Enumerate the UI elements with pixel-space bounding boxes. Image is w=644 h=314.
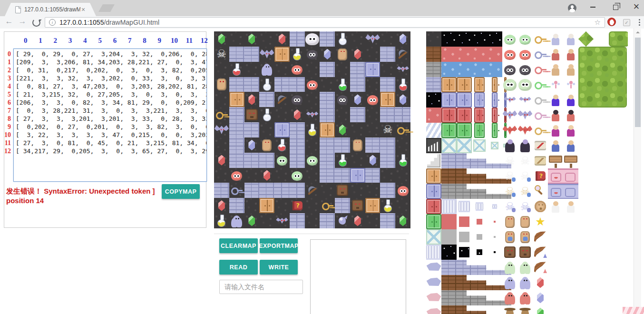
profile-icon[interactable] [568,4,576,12]
map-tile-7-1[interactable] [229,137,244,153]
page-scrollbar[interactable] [634,28,641,314]
tileset-cell-wall-lav[interactable] [426,77,441,92]
tileset-cell-key-green[interactable] [533,77,548,92]
map-tile-11-0[interactable] [214,198,229,213]
map-tile-2-12[interactable] [395,62,410,77]
map-tile-7-5[interactable] [290,137,305,153]
map-tile-9-10[interactable] [365,168,381,183]
tileset-cell-door-blue[interactable] [441,92,457,108]
map-tile-4-4[interactable] [274,92,290,107]
tileset-cell-door-blue[interactable] [426,184,441,199]
map-tile-3-5[interactable] [290,77,305,92]
map-tile-7-10[interactable] [365,137,381,153]
tileset-cell-scroll-tan[interactable] [533,153,548,168]
tileset-cell-terrain-red[interactable] [441,47,502,62]
tileset-cell-door-red[interactable] [441,108,457,123]
map-tile-3-11[interactable] [380,77,395,92]
map-tile-4-1[interactable] [229,92,244,107]
map-tile-8-0[interactable] [214,153,229,168]
map-tile-5-5[interactable] [290,107,305,122]
map-tile-11-10[interactable] [365,198,381,213]
map-tile-12-10[interactable] [365,213,381,228]
map-tile-10-9[interactable] [350,183,365,198]
tileset-cell-staff[interactable] [533,184,548,199]
write-button[interactable]: WRITE [260,260,298,275]
tileset-cell-wing-red[interactable] [533,260,548,275]
map-tile-3-3[interactable] [259,77,274,92]
tileset-cell-gauge[interactable] [426,138,441,153]
map-tile-8-1[interactable] [229,153,244,168]
map-tile-6-9[interactable] [350,122,365,137]
map-tile-0-10[interactable] [365,31,381,47]
map-tile-1-5[interactable] [290,47,305,62]
tileset-cell-pillar[interactable] [441,199,457,214]
tileset-palette[interactable]: ☠☠☠☠☠☠☠☠★ [426,31,628,314]
tileset-cell-bat-small[interactable] [502,92,517,108]
tileset-cell-slime-red[interactable] [517,47,533,62]
matrix-textarea[interactable] [13,49,207,182]
map-tile-6-7[interactable] [320,122,335,137]
map-tile-5-9[interactable] [350,107,365,122]
tileset-cell-coin[interactable] [533,199,548,214]
tileset-cell-ice[interactable] [472,138,487,153]
tileset-cell-key-gold[interactable] [533,31,548,47]
map-tile-9-12[interactable] [395,168,410,183]
map-tile-2-7[interactable] [320,62,335,77]
map-tile-8-8[interactable] [335,153,350,168]
map-tile-7-7[interactable] [320,137,335,153]
tileset-cell-stone-face[interactable] [502,245,517,260]
map-tile-9-7[interactable] [320,168,335,183]
tileset-cell-golem[interactable] [517,214,533,229]
tileset-cell-hat-monster[interactable] [502,305,517,314]
map-tile-6-8[interactable] [335,122,350,137]
tileset-cell-slime-big[interactable] [502,77,517,92]
bookmark-star-icon[interactable]: ☆ [595,18,601,27]
tileset-cell-steps-brown[interactable] [441,305,511,314]
map-tile-2-1[interactable] [229,62,244,77]
map-tile-0-2[interactable] [244,31,260,47]
tileset-cell-steps-lav[interactable] [441,153,511,168]
map-tile-7-6[interactable] [305,137,320,153]
tileset-cell-tree[interactable] [609,31,628,47]
tileset-cell-sky[interactable] [487,245,502,260]
tileset-cell-npc-king[interactable] [548,123,563,138]
menu-dots-icon[interactable] [639,19,640,20]
tileset-cell-slime-black[interactable] [517,62,533,77]
tileset-cell-block-red[interactable] [441,214,457,229]
window-close-button[interactable] [626,0,644,14]
tileset-cell-door-green[interactable] [441,123,457,138]
map-tile-6-12[interactable] [395,122,410,137]
tileset-cell-facewall-purple[interactable] [548,184,578,199]
clearmap-button[interactable]: CLEARMAP [219,238,258,253]
window-restore-button[interactable] [605,0,626,14]
map-tile-6-11[interactable]: ☠ [380,122,395,137]
tileset-cell-npc-dwarf[interactable] [548,47,563,62]
map-tile-11-5[interactable] [290,198,305,213]
map-tile-6-4[interactable] [274,122,290,137]
map-tile-12-6[interactable] [305,213,320,228]
tileset-cell-steps-brown[interactable] [441,275,511,290]
map-tile-4-10[interactable] [365,92,381,107]
tileset-cell-sky[interactable] [441,245,457,260]
map-tile-2-5[interactable] [290,62,305,77]
map-tile-9-0[interactable] [214,168,229,183]
map-tile-1-9[interactable] [350,47,365,62]
map-tile-12-1[interactable] [229,213,244,228]
export-output-box[interactable] [310,239,406,314]
tileset-cell-sign[interactable] [563,153,578,168]
tileset-cell-zombie[interactable] [517,260,533,275]
map-tile-1-10[interactable] [365,47,381,62]
tileset-cell-door-orange[interactable] [426,168,441,184]
tileset-cell-slime-black[interactable] [502,62,517,77]
tileset-cell-block-gray[interactable] [472,229,487,245]
map-tile-8-2[interactable] [244,153,260,168]
tileset-cell-gem-blue[interactable] [533,290,548,305]
tileset-cell-npc-hood[interactable] [548,108,563,123]
tileset-cell-wing[interactable] [533,229,548,245]
tileset-cell-npc-warrior[interactable] [563,62,578,77]
map-tile-8-7[interactable] [320,153,335,168]
browser-tab[interactable]: 127.0.0.1:1055/drawMa × [5,3,96,16]
map-tile-10-0[interactable] [214,183,229,198]
filename-input[interactable] [219,280,303,294]
map-tile-10-5[interactable] [290,183,305,198]
